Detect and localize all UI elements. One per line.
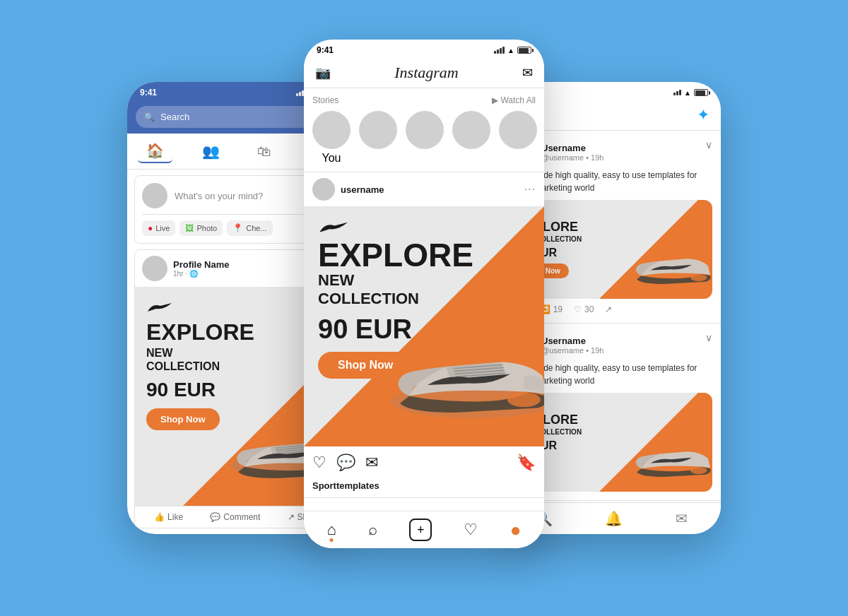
ig-three-dots[interactable]: ··· [524, 183, 536, 196]
ig-status-time: 9:41 [317, 45, 334, 55]
tw-signal [673, 90, 681, 95]
ig-ad-sub: NEW COLLECTION [318, 271, 473, 309]
ig-comment-icon[interactable]: 💬 [336, 454, 355, 472]
fb-check-btn[interactable]: 📍 Che... [227, 220, 272, 236]
ig-post-actions: ♡ 💬 ✉ 🔖 [304, 446, 544, 479]
tw-tweet-2-name: Username [541, 336, 603, 346]
tw-tweet-2-info: Username @username • 19h [541, 336, 603, 355]
ig-header: 📷 Instagram ✉ [304, 58, 544, 88]
fb-live-btn[interactable]: ● Live [142, 220, 175, 236]
ig-story-you[interactable]: You [312, 111, 351, 165]
search-icon: 🔍 [144, 112, 155, 122]
ig-story-circle-you [312, 111, 351, 149]
ig-stories-list: You [304, 111, 544, 165]
instagram-phone: 9:41 ▲ 📷 Instagram ✉ Stories ▶ Watch All [304, 40, 544, 548]
fb-user-avatar [142, 183, 167, 208]
ig-signal [494, 47, 505, 54]
fb-comment-btn[interactable]: 💬 Comment [210, 512, 260, 522]
ig-story-circle-3 [452, 111, 490, 149]
ig-story-1[interactable] [359, 111, 397, 165]
ig-wifi-icon: ▲ [507, 47, 514, 54]
fb-post-meta: 1hr · 🌐 [173, 270, 229, 278]
ig-story-3[interactable] [452, 111, 490, 165]
ig-story-circle-4 [499, 111, 537, 149]
ig-story-you-label: You [322, 152, 341, 165]
ig-logo: Instagram [394, 64, 458, 82]
ig-story-4[interactable] [499, 111, 537, 165]
fb-post-info: Profile Name 1hr · 🌐 [173, 259, 229, 278]
fb-post-name: Profile Name [173, 259, 229, 270]
ig-send-icon[interactable]: ✉ [522, 65, 533, 81]
ig-post-header: username ··· [304, 172, 544, 206]
ig-poster-name: Sporttemplates [312, 480, 379, 491]
tw-shoe-1 [628, 234, 712, 297]
ig-bookmark-icon[interactable]: 🔖 [517, 454, 536, 472]
ig-battery [517, 47, 531, 54]
tw-tweet-1-info: Username @username • 19h [541, 143, 603, 162]
fb-post-user: Profile Name 1hr · 🌐 [142, 256, 229, 281]
tw-compose-icon[interactable]: ✦ [697, 106, 709, 124]
fb-status-time: 9:41 [140, 88, 157, 97]
tw-nav-mail[interactable]: ✉ [676, 510, 688, 527]
fb-story-prompt: What's on your mind? [175, 191, 263, 201]
fb-nav-friends[interactable]: 👥 [194, 140, 228, 162]
ig-post-username: username [341, 184, 384, 195]
svg-point-13 [690, 467, 707, 474]
ig-nav-search[interactable]: ⌕ [368, 521, 377, 539]
ig-watch-all[interactable]: ▶ Watch All [492, 95, 536, 105]
fb-ad-price: 90 EUR [146, 379, 254, 401]
ig-ad-headline: EXPLORE [318, 239, 473, 271]
ig-status-bar: 9:41 ▲ [304, 40, 544, 58]
fb-shop-now-button[interactable]: Shop Now [146, 408, 220, 430]
tw-tweet-1-name: Username [541, 143, 603, 153]
ig-post-image: EXPLORE NEW COLLECTION 90 EUR Shop Now [304, 206, 544, 446]
live-icon: ● [148, 223, 153, 233]
tw-like-action[interactable]: ♡ 30 [574, 304, 594, 314]
ig-post-avatar [312, 178, 335, 201]
ig-status-icons: ▲ [494, 47, 531, 54]
location-icon: 📍 [232, 223, 243, 233]
fb-nav-home[interactable]: 🏠 [138, 139, 172, 163]
tw-tweet-1-handle: @username • 19h [541, 153, 603, 162]
ig-nav-home[interactable]: ⌂ [327, 521, 336, 539]
ig-heart-icon[interactable]: ♡ [312, 454, 326, 472]
tw-battery [694, 89, 708, 96]
tw-status-icons: ▲ [673, 89, 708, 97]
fb-nike-swoosh [146, 298, 254, 318]
fb-live-label: Live [155, 224, 170, 232]
ig-shoe-image [382, 305, 544, 446]
ig-story-circle-1 [359, 111, 397, 149]
svg-point-12 [690, 274, 707, 281]
camera-icon[interactable]: 📷 [315, 65, 331, 81]
fb-post-avatar [142, 256, 167, 281]
tw-nav-bell[interactable]: 🔔 [605, 510, 623, 527]
ig-post-user: username [312, 178, 384, 201]
fb-nav-store[interactable]: 🛍 [249, 141, 280, 162]
fb-check-label: Che... [246, 224, 266, 232]
fb-ad-sub: NEW COLLECTION [146, 346, 254, 373]
fb-ad-headline: EXPLORE [146, 321, 254, 343]
ig-nav-bar: ⌂ ⌕ + ♡ ● [304, 511, 544, 548]
tw-tweet-1-chevron: ∨ [705, 139, 712, 150]
ig-post-footer: Sporttemplates [304, 479, 544, 498]
ig-stories-header: Stories ▶ Watch All [304, 95, 544, 111]
ig-nav-profile[interactable]: ● [510, 519, 522, 541]
fb-search-text: Search [160, 112, 189, 122]
tw-wifi-icon: ▲ [684, 89, 691, 97]
ig-story-2[interactable] [406, 111, 444, 165]
ig-actions-left: ♡ 💬 ✉ [312, 454, 378, 472]
ig-share-icon[interactable]: ✉ [365, 454, 378, 472]
fb-photo-btn[interactable]: 🖼 Photo [179, 220, 223, 236]
phones-container: 9:41 ▲ 🔍 Search 💬 [106, 25, 742, 591]
fb-story-input[interactable]: What's on your mind? [142, 183, 331, 215]
ig-post: username ··· EXPLORE [304, 172, 544, 498]
ig-stories: Stories ▶ Watch All You [304, 88, 544, 172]
fb-like-btn[interactable]: 👍 Like [154, 512, 183, 522]
ig-nav-add[interactable]: + [409, 519, 432, 541]
tw-share-action[interactable]: ↗ [605, 304, 612, 314]
fb-post-actions: ● Live 🖼 Photo 📍 Che... [142, 220, 331, 236]
ig-nav-heart[interactable]: ♡ [464, 521, 478, 539]
ig-nav-dot [330, 538, 334, 542]
svg-point-11 [507, 392, 541, 407]
tw-tweet-2-chevron: ∨ [705, 332, 712, 343]
